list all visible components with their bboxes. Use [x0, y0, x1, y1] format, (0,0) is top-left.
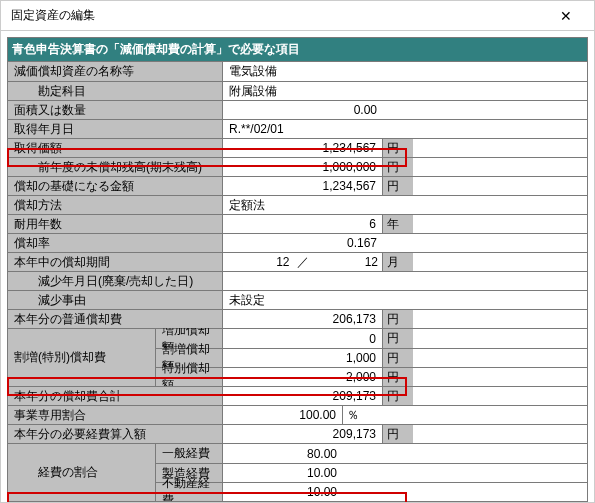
- value-period-to[interactable]: 12: [312, 253, 383, 271]
- value-acq-date[interactable]: R.**/02/01: [223, 120, 587, 138]
- spacer: [413, 177, 587, 195]
- label-ratio-parent: 経費の割合: [8, 444, 156, 501]
- value-rate[interactable]: 0.167: [223, 234, 383, 252]
- spacer: [413, 425, 587, 443]
- section-header: 青色申告決算書の「減価償却費の計算」で必要な項目: [7, 37, 588, 62]
- value-method[interactable]: 定額法: [223, 196, 587, 214]
- value-ratio-realestate[interactable]: 10.00: [223, 483, 343, 501]
- spacer: [413, 139, 587, 157]
- row-prev-balance: 前年度の未償却残高(期末残高) 1,000,000 円: [8, 157, 587, 176]
- value-life[interactable]: 6: [223, 215, 383, 233]
- row-total-dep: 本年分の償却費合計 209,173 円: [8, 386, 587, 405]
- value-account[interactable]: 附属設備: [223, 82, 587, 100]
- label-account: 勘定科目: [8, 82, 223, 100]
- spacer: [413, 215, 587, 233]
- label-basis: 償却の基礎になる金額: [8, 177, 223, 195]
- label-ratio-general: 一般経費: [156, 444, 223, 463]
- titlebar: 固定資産の編集 ✕: [1, 1, 594, 31]
- row-asset-name: 減価償却資産の名称等 電気設備: [8, 62, 587, 81]
- period-slash: ／: [294, 253, 312, 271]
- row-expense: 本年分の必要経費算入額 209,173 円: [8, 424, 587, 443]
- label-total-dep: 本年分の償却費合計: [8, 387, 223, 405]
- row-ratio-group: 経費の割合 一般経費 80.00 製造経費 10.00 不動産経費 10.0: [8, 443, 587, 501]
- row-biz-ratio: 事業専用割合 100.00 ％: [8, 405, 587, 424]
- value-ratio-mfg[interactable]: 10.00: [223, 464, 343, 482]
- unit-percent: ％: [343, 406, 373, 424]
- value-normal-dep[interactable]: 206,173: [223, 310, 383, 328]
- spacer: [373, 406, 587, 424]
- spacer: [413, 253, 587, 271]
- label-life: 耐用年数: [8, 215, 223, 233]
- label-acq-date: 取得年月日: [8, 120, 223, 138]
- unit-month: 月: [383, 253, 413, 271]
- label-expense: 本年分の必要経費算入額: [8, 425, 223, 443]
- row-rate: 償却率 0.167: [8, 233, 587, 252]
- value-decrease-date[interactable]: [223, 272, 587, 290]
- unit-yen: 円: [383, 177, 413, 195]
- row-acq-date: 取得年月日 R.**/02/01: [8, 119, 587, 138]
- label-method: 償却方法: [8, 196, 223, 214]
- label-decrease-reason: 減少事由: [8, 291, 223, 309]
- spacer: [413, 387, 587, 405]
- value-ratio-general[interactable]: 80.00: [223, 444, 343, 463]
- unit-yen: 円: [383, 310, 413, 328]
- label-special-parent: 割増(特別)償却費: [8, 329, 156, 386]
- spacer: [343, 464, 587, 482]
- spacer: [343, 444, 587, 463]
- unit-yen: 円: [383, 349, 413, 367]
- form-grid: 減価償却資産の名称等 電気設備 勘定科目 附属設備 面積又は数量 0.00 取得…: [7, 62, 588, 502]
- label-decrease-date: 減少年月日(廃棄/売却した日): [8, 272, 223, 290]
- label-ratio-realestate: 不動産経費: [156, 483, 223, 501]
- close-icon: ✕: [560, 8, 572, 24]
- label-prev-balance: 前年度の未償却残高(期末残高): [8, 158, 223, 176]
- value-biz-ratio[interactable]: 100.00: [223, 406, 343, 424]
- row-decrease-date: 減少年月日(廃棄/売却した日): [8, 271, 587, 290]
- spacer: [383, 234, 587, 252]
- row-area: 面積又は数量 0.00: [8, 100, 587, 119]
- spacer: [413, 368, 587, 386]
- label-period: 本年中の償却期間: [8, 253, 223, 271]
- value-special-inc[interactable]: 0: [223, 329, 383, 348]
- value-period-from[interactable]: 12: [223, 253, 294, 271]
- spacer: [413, 158, 587, 176]
- content-area: 青色申告決算書の「減価償却費の計算」で必要な項目 減価償却資産の名称等 電気設備…: [1, 31, 594, 502]
- unit-yen: 円: [383, 158, 413, 176]
- label-biz-ratio: 事業専用割合: [8, 406, 223, 424]
- value-area[interactable]: 0.00: [223, 101, 383, 119]
- row-life: 耐用年数 6 年: [8, 214, 587, 233]
- window-title: 固定資産の編集: [11, 7, 95, 24]
- row-special-group: 割増(特別)償却費 増加償却額 0 円 割増償却額 1,000 円: [8, 328, 587, 386]
- unit-yen: 円: [383, 425, 413, 443]
- row-normal-dep: 本年分の普通償却費 206,173 円: [8, 309, 587, 328]
- window: 固定資産の編集 ✕ 青色申告決算書の「減価償却費の計算」で必要な項目 減価償却資…: [0, 0, 595, 503]
- value-asset-name[interactable]: 電気設備: [223, 62, 587, 81]
- spacer: [413, 329, 587, 348]
- spacer: [413, 310, 587, 328]
- value-basis[interactable]: 1,234,567: [223, 177, 383, 195]
- row-remaining: 未償却残高(期末残高) 790,827 円: [8, 501, 587, 502]
- value-acq-price[interactable]: 1,234,567: [223, 139, 383, 157]
- value-prev-balance[interactable]: 1,000,000: [223, 158, 383, 176]
- value-expense[interactable]: 209,173: [223, 425, 383, 443]
- spacer: [383, 101, 587, 119]
- unit-yen: 円: [383, 387, 413, 405]
- label-special-sp: 特別償却額: [156, 368, 223, 386]
- spacer: [413, 349, 587, 367]
- row-period: 本年中の償却期間 12 ／ 12 月: [8, 252, 587, 271]
- spacer: [343, 483, 587, 501]
- value-total-dep[interactable]: 209,173: [223, 387, 383, 405]
- value-decrease-reason[interactable]: 未設定: [223, 291, 587, 309]
- label-normal-dep: 本年分の普通償却費: [8, 310, 223, 328]
- row-basis: 償却の基礎になる金額 1,234,567 円: [8, 176, 587, 195]
- row-decrease-reason: 減少事由 未設定: [8, 290, 587, 309]
- value-special-sp[interactable]: 2,000: [223, 368, 383, 386]
- row-account: 勘定科目 附属設備: [8, 81, 587, 100]
- unit-year: 年: [383, 215, 413, 233]
- unit-yen: 円: [383, 139, 413, 157]
- close-button[interactable]: ✕: [546, 2, 586, 30]
- label-area: 面積又は数量: [8, 101, 223, 119]
- value-special-extra[interactable]: 1,000: [223, 349, 383, 367]
- row-acq-price: 取得価額 1,234,567 円: [8, 138, 587, 157]
- label-rate: 償却率: [8, 234, 223, 252]
- row-method: 償却方法 定額法: [8, 195, 587, 214]
